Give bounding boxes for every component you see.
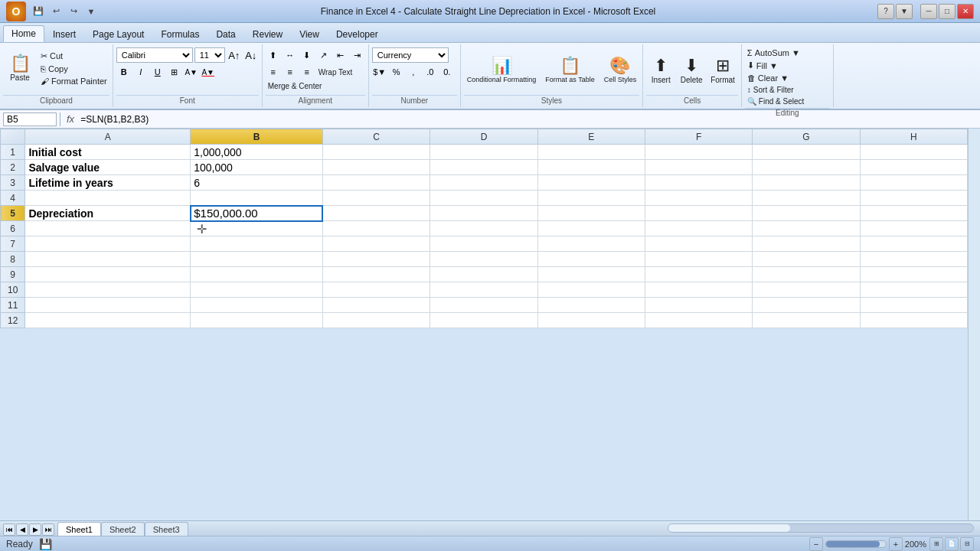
col-header-F[interactable]: F <box>645 129 752 145</box>
cell-G9[interactable] <box>753 267 860 282</box>
cell-D2[interactable] <box>430 160 537 175</box>
cell-F3[interactable] <box>645 175 752 191</box>
cell-E11[interactable] <box>537 298 645 313</box>
font-family-select[interactable]: Calibri <box>116 47 193 63</box>
cell-B2[interactable]: 100,000 <box>191 160 323 175</box>
cell-C2[interactable] <box>322 160 430 175</box>
zoom-out-btn[interactable]: − <box>809 537 823 551</box>
tab-developer[interactable]: Developer <box>328 25 387 42</box>
cell-A7[interactable] <box>25 236 191 252</box>
cell-G4[interactable] <box>753 191 860 206</box>
align-right-btn[interactable]: ≡ <box>299 64 315 80</box>
cell-G2[interactable] <box>753 160 860 175</box>
cell-C7[interactable] <box>322 236 430 252</box>
cell-H3[interactable] <box>860 175 967 191</box>
delete-cells-btn[interactable]: ⬇ Delete <box>677 49 706 92</box>
sheet-next-btn[interactable]: ▶ <box>29 523 41 536</box>
sheet-last-btn[interactable]: ⏭ <box>42 523 54 536</box>
decrease-decimal-btn[interactable]: 0. <box>439 64 455 80</box>
sheet-first-btn[interactable]: ⏮ <box>3 523 15 536</box>
paste-button[interactable]: 📋 Paste <box>3 47 37 89</box>
cell-D1[interactable] <box>430 145 537 160</box>
wrap-text-btn[interactable]: Wrap Text <box>316 67 355 77</box>
cell-A10[interactable] <box>25 282 191 298</box>
row-header-11[interactable]: 11 <box>1 298 25 313</box>
cell-C1[interactable] <box>322 145 430 160</box>
cell-H11[interactable] <box>860 298 967 313</box>
autosum-btn[interactable]: Σ AutoSum ▼ <box>745 47 830 58</box>
align-bottom-btn[interactable]: ⬇ <box>299 47 315 63</box>
row-header-12[interactable]: 12 <box>1 313 25 328</box>
cell-G7[interactable] <box>753 236 860 252</box>
cell-C10[interactable] <box>322 282 430 298</box>
cell-F10[interactable] <box>645 282 752 298</box>
page-break-view-btn[interactable]: ⊟ <box>960 537 974 551</box>
save-btn[interactable]: 💾 <box>31 4 46 19</box>
col-header-C[interactable]: C <box>322 129 430 145</box>
dollar-btn[interactable]: $▼ <box>372 64 387 80</box>
cell-H10[interactable] <box>860 282 967 298</box>
merge-center-btn[interactable]: Merge & Center <box>266 81 325 91</box>
sheet-prev-btn[interactable]: ◀ <box>16 523 28 536</box>
row-header-10[interactable]: 10 <box>1 282 25 298</box>
cell-D10[interactable] <box>430 282 537 298</box>
page-layout-view-btn[interactable]: 📄 <box>945 537 959 551</box>
row-header-6[interactable]: 6 <box>1 221 25 236</box>
restore-btn[interactable]: □ <box>939 4 956 19</box>
cell-B6[interactable]: ✛ <box>191 221 323 236</box>
fill-color-button[interactable]: A▼ <box>184 64 199 80</box>
cell-B3[interactable]: 6 <box>191 175 323 191</box>
zoom-in-btn[interactable]: + <box>889 537 903 551</box>
cell-F9[interactable] <box>645 267 752 282</box>
minimize-btn[interactable]: ─ <box>920 4 937 19</box>
row-header-5[interactable]: 5 <box>1 206 25 221</box>
indent-dec-btn[interactable]: ⇤ <box>333 47 348 63</box>
cell-B8[interactable] <box>191 252 323 267</box>
cell-H8[interactable] <box>860 252 967 267</box>
row-header-8[interactable]: 8 <box>1 252 25 267</box>
cell-G6[interactable] <box>753 221 860 236</box>
row-header-1[interactable]: 1 <box>1 145 25 160</box>
align-middle-btn[interactable]: ↔ <box>283 47 298 63</box>
cell-G8[interactable] <box>753 252 860 267</box>
insert-cells-btn[interactable]: ⬆ Insert <box>646 49 675 92</box>
row-header-3[interactable]: 3 <box>1 175 25 191</box>
cell-F7[interactable] <box>645 236 752 252</box>
cell-A4[interactable] <box>25 191 191 206</box>
row-header-2[interactable]: 2 <box>1 160 25 175</box>
cell-B10[interactable] <box>191 282 323 298</box>
cell-C12[interactable] <box>322 313 430 328</box>
underline-button[interactable]: U <box>150 64 165 80</box>
help-btn[interactable]: ? <box>877 4 894 19</box>
align-center-btn[interactable]: ≡ <box>283 64 298 80</box>
col-header-B[interactable]: B <box>191 129 323 145</box>
cell-A3[interactable]: Lifetime in years <box>25 175 191 191</box>
cell-G10[interactable] <box>753 282 860 298</box>
row-header-4[interactable]: 4 <box>1 191 25 206</box>
cell-D6[interactable] <box>430 221 537 236</box>
increase-decimal-btn[interactable]: .0 <box>423 64 438 80</box>
cell-H4[interactable] <box>860 191 967 206</box>
close-btn[interactable]: ✕ <box>957 4 974 19</box>
bold-button[interactable]: B <box>116 64 132 80</box>
col-header-G[interactable]: G <box>753 129 860 145</box>
cell-F12[interactable] <box>645 313 752 328</box>
tab-view[interactable]: View <box>291 25 328 42</box>
format-as-table-btn[interactable]: 📋 Format as Table <box>542 49 597 92</box>
cell-A8[interactable] <box>25 252 191 267</box>
cell-C9[interactable] <box>322 267 430 282</box>
cell-G12[interactable] <box>753 313 860 328</box>
col-header-A[interactable]: A <box>25 129 191 145</box>
font-color-button[interactable]: A▼ <box>201 64 216 80</box>
ribbon-toggle-btn[interactable]: ▼ <box>896 4 913 19</box>
cell-H1[interactable] <box>860 145 967 160</box>
text-orient-btn[interactable]: ↗ <box>316 47 332 63</box>
cell-H9[interactable] <box>860 267 967 282</box>
format-painter-button[interactable]: 🖌 Format Painter <box>38 76 109 86</box>
cell-D3[interactable] <box>430 175 537 191</box>
cell-E1[interactable] <box>537 145 645 160</box>
sheet-tab-2[interactable]: Sheet2 <box>101 522 145 536</box>
cell-F4[interactable] <box>645 191 752 206</box>
undo-btn[interactable]: ↩ <box>48 4 64 19</box>
cell-E4[interactable] <box>537 191 645 206</box>
